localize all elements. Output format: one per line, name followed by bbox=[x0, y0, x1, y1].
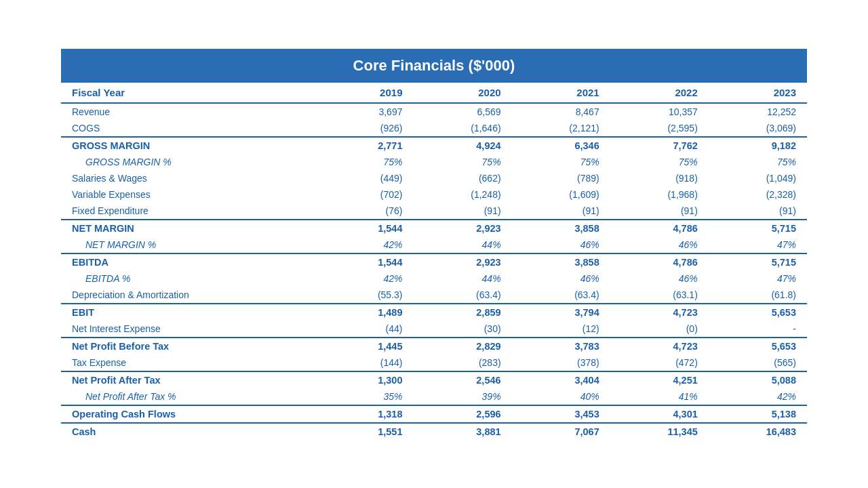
row-value: (1,248) bbox=[413, 186, 511, 203]
row-value: (1,646) bbox=[413, 120, 511, 137]
table-row: Net Profit Before Tax1,4452,8293,7834,72… bbox=[61, 338, 807, 354]
row-value: (283) bbox=[413, 354, 511, 371]
table-row: EBIT1,4892,8593,7944,7235,653 bbox=[61, 304, 807, 321]
row-value: (91) bbox=[709, 203, 807, 220]
row-value: (472) bbox=[610, 354, 709, 371]
row-value: 39% bbox=[413, 388, 511, 405]
row-value: 6,569 bbox=[413, 103, 511, 120]
row-value: 42% bbox=[325, 237, 413, 253]
row-label: COGS bbox=[61, 120, 325, 137]
row-value: 46% bbox=[512, 270, 610, 287]
row-value: (0) bbox=[610, 321, 709, 338]
row-value: 46% bbox=[610, 237, 709, 253]
row-value: 10,357 bbox=[610, 103, 709, 120]
row-value: 75% bbox=[709, 154, 807, 170]
table-row: Tax Expense(144)(283)(378)(472)(565) bbox=[61, 354, 807, 371]
fiscal-year-header: Fiscal Year bbox=[61, 83, 325, 103]
table-row: NET MARGIN1,5442,9233,8584,7865,715 bbox=[61, 220, 807, 237]
row-label: Net Profit After Tax % bbox=[61, 388, 325, 405]
row-label: GROSS MARGIN bbox=[61, 137, 325, 154]
row-value: (30) bbox=[413, 321, 511, 338]
row-value: - bbox=[709, 321, 807, 338]
row-value: 6,346 bbox=[512, 137, 610, 154]
row-value: (91) bbox=[512, 203, 610, 220]
row-value: 3,783 bbox=[512, 338, 610, 354]
row-value: (2,121) bbox=[512, 120, 610, 137]
row-label: Variable Expenses bbox=[61, 186, 325, 203]
row-label: Fixed Expenditure bbox=[61, 203, 325, 220]
row-value: 4,251 bbox=[610, 371, 709, 388]
row-value: 3,697 bbox=[325, 103, 413, 120]
row-value: (702) bbox=[325, 186, 413, 203]
row-label: Operating Cash Flows bbox=[61, 405, 325, 423]
year-2019-header: 2019 bbox=[325, 83, 413, 103]
row-value: 75% bbox=[325, 154, 413, 170]
row-value: 16,483 bbox=[709, 423, 807, 440]
row-value: (378) bbox=[512, 354, 610, 371]
table-row: GROSS MARGIN %75%75%75%75%75% bbox=[61, 154, 807, 170]
row-label: Cash bbox=[61, 423, 325, 440]
row-value: (2,595) bbox=[610, 120, 709, 137]
row-value: 42% bbox=[325, 270, 413, 287]
row-value: 42% bbox=[709, 388, 807, 405]
row-label: NET MARGIN % bbox=[61, 237, 325, 253]
row-value: 75% bbox=[610, 154, 709, 170]
row-value: (76) bbox=[325, 203, 413, 220]
year-2022-header: 2022 bbox=[610, 83, 709, 103]
row-value: 47% bbox=[709, 237, 807, 253]
row-value: 4,301 bbox=[610, 405, 709, 423]
year-2023-header: 2023 bbox=[709, 83, 807, 103]
row-value: (12) bbox=[512, 321, 610, 338]
table-row: Variable Expenses(702)(1,248)(1,609)(1,9… bbox=[61, 186, 807, 203]
row-value: (662) bbox=[413, 170, 511, 186]
row-value: 7,067 bbox=[512, 423, 610, 440]
row-value: 3,858 bbox=[512, 220, 610, 237]
row-value: 3,453 bbox=[512, 405, 610, 423]
row-label: Net Profit Before Tax bbox=[61, 338, 325, 354]
row-value: 1,300 bbox=[325, 371, 413, 388]
row-value: 8,467 bbox=[512, 103, 610, 120]
table-row: Salaries & Wages(449)(662)(789)(918)(1,0… bbox=[61, 170, 807, 186]
row-value: 5,653 bbox=[709, 304, 807, 321]
row-value: 44% bbox=[413, 237, 511, 253]
table-header: Fiscal Year 2019 2020 2021 2022 2023 bbox=[61, 83, 807, 103]
row-label: EBIT bbox=[61, 304, 325, 321]
row-value: 75% bbox=[512, 154, 610, 170]
row-value: 40% bbox=[512, 388, 610, 405]
row-value: 3,858 bbox=[512, 253, 610, 270]
row-value: 1,318 bbox=[325, 405, 413, 423]
row-value: 7,762 bbox=[610, 137, 709, 154]
row-value: 4,723 bbox=[610, 304, 709, 321]
row-value: (63.4) bbox=[512, 287, 610, 304]
table-row: Operating Cash Flows1,3182,5963,4534,301… bbox=[61, 405, 807, 423]
row-value: (789) bbox=[512, 170, 610, 186]
row-label: Revenue bbox=[61, 103, 325, 120]
row-label: EBITDA bbox=[61, 253, 325, 270]
row-value: (91) bbox=[413, 203, 511, 220]
row-label: EBITDA % bbox=[61, 270, 325, 287]
row-value: (61.8) bbox=[709, 287, 807, 304]
row-value: 47% bbox=[709, 270, 807, 287]
row-value: 41% bbox=[610, 388, 709, 405]
row-value: (1,968) bbox=[610, 186, 709, 203]
row-value: (91) bbox=[610, 203, 709, 220]
table-row: Net Profit After Tax %35%39%40%41%42% bbox=[61, 388, 807, 405]
row-value: 46% bbox=[610, 270, 709, 287]
row-value: 44% bbox=[413, 270, 511, 287]
row-value: (3,069) bbox=[709, 120, 807, 137]
row-value: (55.3) bbox=[325, 287, 413, 304]
table-row: Depreciation & Amortization(55.3)(63.4)(… bbox=[61, 287, 807, 304]
row-value: 4,786 bbox=[610, 253, 709, 270]
row-value: (44) bbox=[325, 321, 413, 338]
row-value: 5,653 bbox=[709, 338, 807, 354]
row-value: 1,551 bbox=[325, 423, 413, 440]
row-value: 12,252 bbox=[709, 103, 807, 120]
row-label: Tax Expense bbox=[61, 354, 325, 371]
row-value: 5,138 bbox=[709, 405, 807, 423]
row-value: 1,544 bbox=[325, 220, 413, 237]
row-value: (2,328) bbox=[709, 186, 807, 203]
row-value: (1,049) bbox=[709, 170, 807, 186]
row-value: (63.4) bbox=[413, 287, 511, 304]
row-value: 1,445 bbox=[325, 338, 413, 354]
row-label: Net Profit After Tax bbox=[61, 371, 325, 388]
